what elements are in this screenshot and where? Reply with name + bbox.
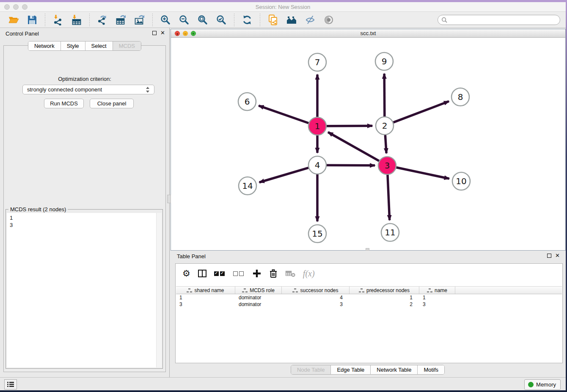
search-input[interactable] xyxy=(448,16,560,24)
column-header-name[interactable]: name xyxy=(419,287,455,294)
float-panel-icon[interactable] xyxy=(152,31,157,35)
export-table-button[interactable] xyxy=(115,14,127,26)
desktop-edge-bottom xyxy=(0,390,567,392)
column-layout-button[interactable] xyxy=(198,269,207,278)
graph-node-6[interactable]: 6 xyxy=(238,93,256,110)
deselect-all-columns-button[interactable] xyxy=(233,271,245,276)
graph-node-2[interactable]: 2 xyxy=(376,117,394,135)
edge-2-8[interactable] xyxy=(394,101,449,122)
graph-node-7[interactable]: 7 xyxy=(308,53,326,71)
edge-2-9[interactable] xyxy=(384,74,385,116)
open-session-button[interactable] xyxy=(7,14,20,26)
table-cell[interactable]: 3 xyxy=(176,301,235,308)
copy-network-button[interactable] xyxy=(267,14,279,26)
tab-node-table[interactable]: Node Table xyxy=(291,365,331,374)
mcds-result-area[interactable]: 1 3 xyxy=(7,213,162,367)
column-header-successor-nodes[interactable]: successor nodes xyxy=(282,287,350,294)
run-mcds-button[interactable]: Run MCDS xyxy=(44,99,84,108)
tab-select[interactable]: Select xyxy=(85,41,113,50)
zoom-out-button[interactable] xyxy=(178,14,190,26)
tab-style[interactable]: Style xyxy=(61,41,85,50)
table-cell[interactable]: 3 xyxy=(419,301,455,308)
delete-table-button[interactable] xyxy=(285,269,296,278)
edge-1-6[interactable] xyxy=(259,106,308,123)
tab-network[interactable]: Network xyxy=(28,41,61,50)
edge-4-3[interactable] xyxy=(327,165,375,166)
tab-edge-table[interactable]: Edge Table xyxy=(331,365,371,374)
app-window: Session: New Session xyxy=(0,0,567,392)
import-table-button[interactable] xyxy=(70,14,83,26)
column-header-mcds-role[interactable]: MCDS role xyxy=(235,287,282,294)
network-graph[interactable]: 1234678910111415 xyxy=(171,38,565,250)
show-details-button[interactable] xyxy=(322,14,335,26)
task-history-button[interactable] xyxy=(4,379,17,389)
graph-node-14[interactable]: 14 xyxy=(239,177,256,195)
zoom-selected-button[interactable] xyxy=(215,14,228,26)
graph-node-10[interactable]: 10 xyxy=(452,172,470,190)
network-canvas[interactable]: 1234678910111415 xyxy=(171,38,565,250)
zoom-in-button[interactable] xyxy=(159,14,172,26)
panel-splitter-handle[interactable] xyxy=(167,195,171,203)
zoom-fit-button[interactable] xyxy=(196,14,209,26)
table-cell[interactable]: dominator xyxy=(235,301,282,308)
svg-text:14: 14 xyxy=(242,181,253,191)
column-header-predecessor-nodes[interactable]: predecessor nodes xyxy=(350,287,419,294)
graph-node-1[interactable]: 1 xyxy=(308,117,326,135)
hide-selected-button[interactable] xyxy=(304,14,317,26)
import-network-button[interactable] xyxy=(52,14,64,26)
table-cell[interactable]: 1 xyxy=(419,294,455,301)
tab-motifs[interactable]: Motifs xyxy=(418,365,444,374)
tab-mcds[interactable]: MCDS xyxy=(113,41,141,50)
edge-4-14[interactable] xyxy=(259,168,308,182)
tab-network-table[interactable]: Network Table xyxy=(371,365,418,374)
export-image-button[interactable] xyxy=(133,14,146,26)
graph-node-15[interactable]: 15 xyxy=(308,225,326,243)
save-session-button[interactable] xyxy=(26,14,39,26)
table-cell[interactable]: 3 xyxy=(282,301,350,308)
network-maximize-icon[interactable]: + xyxy=(191,31,196,36)
eye-icon xyxy=(323,14,334,25)
network-close-icon[interactable]: x xyxy=(175,31,180,36)
export-network-button[interactable] xyxy=(96,14,109,26)
add-column-button[interactable] xyxy=(252,269,261,278)
table-cell[interactable]: 1 xyxy=(350,294,419,301)
memory-button[interactable]: Memory xyxy=(524,379,561,390)
graph-node-8[interactable]: 8 xyxy=(451,88,469,106)
graph-node-4[interactable]: 4 xyxy=(308,156,326,174)
network-window-titlebar[interactable]: x − + scc.txt xyxy=(171,29,565,38)
function-builder-button[interactable]: f(x) xyxy=(303,269,315,279)
column-header-shared-name[interactable]: shared name xyxy=(176,287,235,294)
edge-3-1[interactable] xyxy=(328,132,379,161)
graph-node-3[interactable]: 3 xyxy=(378,157,396,174)
gear-button[interactable]: ⚙ xyxy=(182,268,190,279)
table-cell[interactable]: 2 xyxy=(350,301,419,308)
edge-3-10[interactable] xyxy=(396,168,449,179)
criterion-dropdown[interactable]: strongly connected component xyxy=(22,85,154,94)
graph-node-11[interactable]: 11 xyxy=(381,224,399,241)
delete-column-button[interactable] xyxy=(269,269,278,278)
svg-text:7: 7 xyxy=(315,57,320,67)
deselect-all-icon xyxy=(233,271,238,276)
network-minimize-icon[interactable]: − xyxy=(183,31,188,36)
edge-2-3[interactable] xyxy=(385,135,386,153)
select-all-columns-button[interactable] xyxy=(214,271,226,276)
refresh-button[interactable] xyxy=(241,14,253,26)
control-panel: Control Panel ✕ NetworkStyleSelectMCDS O… xyxy=(0,28,170,377)
column-layout-icon xyxy=(198,269,207,278)
close-table-panel-icon[interactable]: ✕ xyxy=(555,254,560,258)
close-panel-icon[interactable]: ✕ xyxy=(160,31,165,35)
table-cell[interactable]: 1 xyxy=(176,294,235,301)
edge-1-2[interactable] xyxy=(327,126,372,126)
table-cell[interactable]: dominator xyxy=(235,294,282,301)
table-cell[interactable]: 4 xyxy=(282,294,350,301)
close-panel-button[interactable]: Close panel xyxy=(90,99,134,108)
result-scrollbar[interactable] xyxy=(156,213,162,367)
graph-node-9[interactable]: 9 xyxy=(375,52,393,70)
table-row[interactable]: 3dominator323 xyxy=(176,301,562,308)
float-table-panel-icon[interactable] xyxy=(547,254,551,258)
namespace-icon xyxy=(242,288,248,293)
table-tabs: Node TableEdge TableNetwork TableMotifs xyxy=(170,365,566,375)
table-row[interactable]: 1dominator411 xyxy=(176,294,562,301)
first-neighbors-button[interactable] xyxy=(285,14,298,26)
edge-3-11[interactable] xyxy=(388,175,390,220)
